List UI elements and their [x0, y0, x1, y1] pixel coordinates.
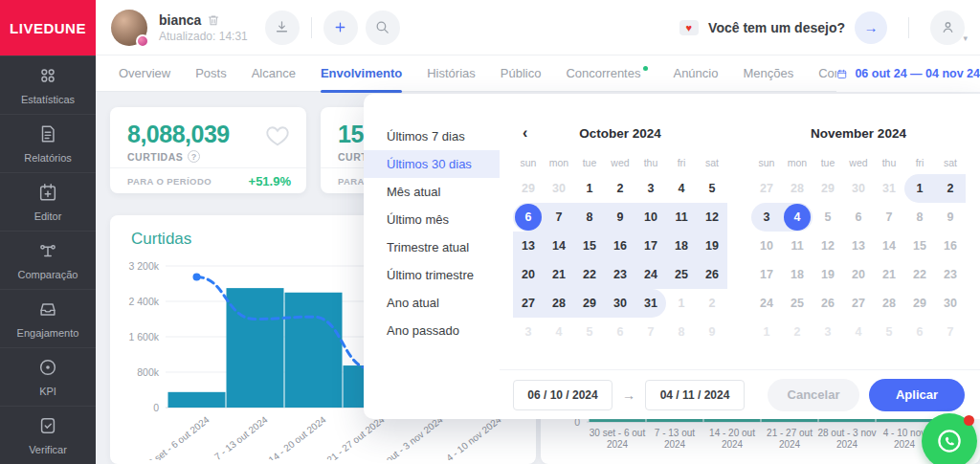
calendar-day[interactable]: 15 [574, 232, 605, 260]
calendar-day[interactable]: 30 [843, 174, 874, 203]
calendar-day[interactable]: 4 [666, 174, 697, 203]
prev-month-button[interactable]: ‹ [523, 124, 527, 142]
calendar-day[interactable]: 4 [544, 318, 574, 346]
calendar-day[interactable]: 9 [605, 203, 635, 232]
calendar-day[interactable]: 13 [513, 232, 544, 260]
profile-button[interactable]: ▾ [930, 11, 965, 45]
tab-historias[interactable]: Histórias [427, 55, 476, 92]
sidebar-item-comparacao[interactable]: Comparação [0, 231, 96, 289]
calendar-day[interactable]: 16 [605, 232, 635, 260]
calendar-day[interactable]: 1 [666, 289, 697, 318]
calendar-day[interactable]: 3 [813, 318, 843, 346]
calendar-day[interactable]: 26 [813, 289, 843, 318]
calendar-day[interactable]: 14 [874, 232, 904, 260]
calendar-day[interactable]: 7 [635, 318, 666, 346]
calendar-day[interactable]: 28 [782, 174, 813, 203]
calendar-day[interactable]: 13 [843, 232, 874, 260]
sidebar-item-engajamento[interactable]: Engajamento [0, 289, 96, 347]
calendar-day[interactable]: 17 [635, 232, 666, 260]
download-button[interactable] [265, 11, 300, 45]
add-button[interactable] [323, 11, 358, 45]
calendar-day[interactable]: 24 [635, 260, 666, 289]
tab-alcance[interactable]: Alcance [252, 55, 296, 92]
calendar-day[interactable]: 8 [574, 203, 605, 232]
date-range-button[interactable]: 06 out 24 — 04 nov 24 [836, 55, 980, 92]
calendar-day[interactable]: 10 [751, 232, 782, 260]
calendar-day[interactable]: 2 [605, 174, 635, 203]
calendar-day[interactable]: 29 [813, 174, 843, 203]
calendar-day[interactable]: 19 [813, 260, 843, 289]
whatsapp-button[interactable] [922, 413, 977, 464]
calendar-day[interactable]: 5 [697, 174, 727, 203]
search-button[interactable] [366, 11, 400, 45]
calendar-day[interactable]: 11 [666, 203, 697, 232]
calendar-day[interactable]: 19 [697, 232, 727, 260]
start-date-input[interactable]: 06 / 10 / 2024 [513, 380, 612, 410]
calendar-day[interactable]: 15 [904, 232, 935, 260]
calendar-day[interactable]: 23 [605, 260, 635, 289]
calendar-day-selected[interactable]: 4 [782, 203, 813, 232]
calendar-day[interactable]: 7 [935, 318, 966, 346]
calendar-day[interactable]: 12 [813, 232, 843, 260]
calendar-day[interactable]: 10 [635, 203, 666, 232]
end-date-input[interactable]: 04 / 11 / 2024 [645, 380, 745, 410]
calendar-day[interactable]: 1 [904, 174, 935, 203]
calendar-day[interactable]: 30 [605, 289, 635, 318]
calendar-day[interactable]: 2 [782, 318, 813, 346]
calendar-day[interactable]: 8 [904, 203, 935, 232]
calendar-day[interactable]: 28 [544, 289, 574, 318]
calendar-day[interactable]: 17 [751, 260, 782, 289]
preset-item[interactable]: Último trimestre [364, 261, 500, 289]
calendar-day[interactable]: 11 [782, 232, 813, 260]
preset-item[interactable]: Trimestre atual [364, 233, 500, 261]
calendar-day[interactable]: 29 [574, 289, 605, 318]
favorite-button[interactable] [264, 122, 291, 153]
calendar-day[interactable]: 20 [843, 260, 874, 289]
preset-item[interactable]: Últimos 7 dias [364, 122, 500, 150]
calendar-day[interactable]: 24 [751, 289, 782, 318]
calendar-day[interactable]: 22 [904, 260, 935, 289]
calendar-day[interactable]: 1 [751, 318, 782, 346]
calendar-day[interactable]: 25 [782, 289, 813, 318]
calendar-day[interactable]: 6 [904, 318, 935, 346]
calendar-day[interactable]: 5 [574, 318, 605, 346]
calendar-day[interactable]: 5 [874, 318, 904, 346]
calendar-day[interactable]: 28 [874, 289, 904, 318]
calendar-day[interactable]: 25 [666, 260, 697, 289]
calendar-day[interactable]: 3 [751, 203, 782, 232]
cancel-button[interactable]: Cancelar [768, 379, 859, 411]
calendar-day[interactable]: 6 [605, 318, 635, 346]
calendar-day[interactable]: 31 [874, 174, 904, 203]
sidebar-item-relatorios[interactable]: Relatórios [0, 114, 96, 172]
calendar-day[interactable]: 8 [666, 318, 697, 346]
tab-anuncio[interactable]: Anúncio [673, 55, 718, 92]
calendar-day[interactable]: 4 [843, 318, 874, 346]
calendar-day[interactable]: 6 [843, 203, 874, 232]
sidebar-item-estatisticas[interactable]: Estatísticas [0, 55, 96, 114]
calendar-day[interactable]: 27 [751, 174, 782, 203]
preset-item[interactable]: Último mês [364, 206, 500, 233]
tab-overview[interactable]: Overview [119, 55, 170, 92]
calendar-day[interactable]: 29 [513, 174, 544, 203]
calendar-day[interactable]: 9 [697, 318, 727, 346]
preset-item[interactable]: Últimos 30 dias [364, 150, 500, 178]
calendar-day[interactable]: 14 [544, 232, 574, 260]
wish-arrow-button[interactable]: → [855, 11, 887, 44]
calendar-day[interactable]: 20 [513, 260, 544, 289]
calendar-day[interactable]: 7 [544, 203, 574, 232]
calendar-day[interactable]: 1 [574, 174, 605, 203]
calendar-day[interactable]: 26 [697, 260, 727, 289]
calendar-day[interactable]: 2 [697, 289, 727, 318]
sidebar-item-verificar[interactable]: Verificar [0, 406, 96, 464]
sidebar-item-kpi[interactable]: KPI [0, 347, 96, 406]
apply-button[interactable]: Aplicar [869, 379, 965, 411]
sidebar-item-editor[interactable]: Editor [0, 172, 96, 231]
calendar-day[interactable]: 30 [935, 289, 966, 318]
preset-item[interactable]: Ano passado [364, 317, 500, 344]
calendar-day[interactable]: 16 [935, 232, 966, 260]
calendar-day[interactable]: 9 [935, 203, 966, 232]
tab-posts[interactable]: Posts [195, 55, 227, 92]
calendar-day[interactable]: 3 [513, 318, 544, 346]
help-icon[interactable]: ? [188, 150, 200, 163]
preset-item[interactable]: Ano atual [364, 289, 500, 317]
